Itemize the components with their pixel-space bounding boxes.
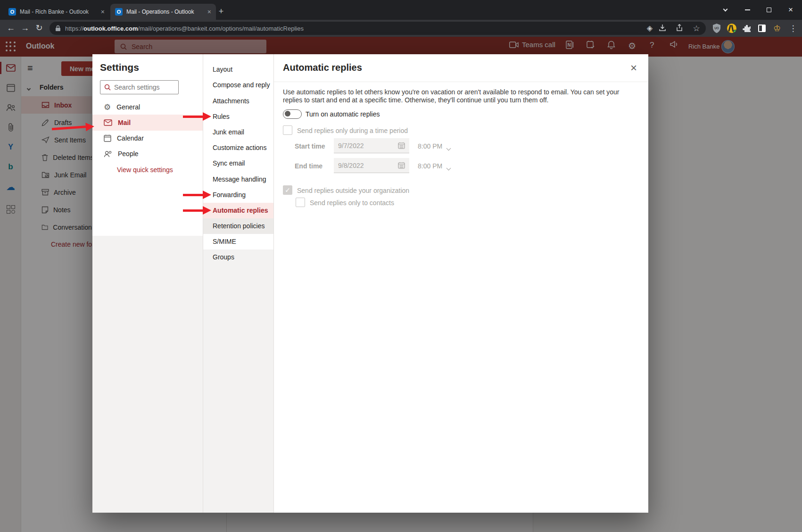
extension-shield-icon[interactable]: UO [711,23,722,34]
section-attachments[interactable]: Attachments [203,93,273,109]
panel-title: Automatic replies [283,62,362,73]
bookmark-star-icon[interactable]: ☆ [691,24,702,33]
time-period-checkbox [283,125,292,135]
start-date-field: 9/7/2022 [334,138,409,153]
download-icon[interactable] [658,24,669,33]
section-junk-email[interactable]: Junk email [203,125,273,140]
section-rules[interactable]: Rules [203,109,273,125]
settings-search-box[interactable] [100,80,179,94]
end-time-label: End time [295,162,322,170]
sidebar-panel-icon[interactable] [756,23,768,34]
section-automatic-replies[interactable]: Automatic replies [203,203,273,218]
panel-divider [274,82,648,82]
crown-extension-icon[interactable]: ♔ [771,23,783,34]
extension-badge-icon[interactable] [726,23,737,34]
settings-category-pane: Settings ⚙ General Mail Calendar People [92,54,203,513]
extensions-puzzle-icon[interactable] [741,23,752,34]
annotation-arrow-rules [183,112,212,121]
automatic-replies-toggle[interactable] [283,109,302,119]
search-icon [104,84,111,91]
calendar-picker-icon [398,142,405,149]
section-retention-policies[interactable]: Retention policies [203,218,273,234]
outside-org-label: Send replies outside your organization [297,187,409,194]
time-period-label: Send replies only during a time period [297,127,408,134]
annotation-arrow-automatic-replies [183,206,212,215]
url-text: https://outlook.office.com/mail/operatio… [65,25,304,32]
dialog-close-icon[interactable]: × [627,61,641,75]
view-quick-settings-link[interactable]: View quick settings [117,166,173,174]
section-sync-email[interactable]: Sync email [203,156,273,171]
outlook-favicon-icon: O [115,8,123,16]
panel-description: Use automatic replies to let others know… [283,88,637,104]
window-maximize-button[interactable] [758,0,780,20]
back-button[interactable]: ← [4,21,18,35]
contacts-only-checkbox [296,198,305,207]
calendar-icon [104,134,111,142]
section-message-handling[interactable]: Message handling [203,172,273,187]
settings-title: Settings [100,62,139,73]
toggle-knob [285,111,290,116]
gear-icon: ⚙ [104,102,111,112]
outlook-favicon-icon: O [8,8,16,16]
end-date-value: 9/8/2022 [338,162,364,169]
browser-tab-strip: O Mail - Rich Banke - Outlook × O Mail -… [0,0,802,20]
section-customize-actions[interactable]: Customize actions [203,140,273,156]
end-date-field: 9/8/2022 [334,158,409,173]
settings-category-calendar[interactable]: Calendar [92,130,203,146]
window-minimize-button[interactable] [736,0,758,20]
section-smime[interactable]: S/MIME [203,234,273,249]
section-compose-and-reply[interactable]: Compose and reply [203,77,273,93]
section-groups[interactable]: Groups [203,249,273,265]
annotation-arrow-forwarding [183,191,212,199]
reading-mode-icon[interactable]: ◈ [645,24,655,33]
forward-button[interactable]: → [18,21,32,35]
address-bar[interactable]: https://outlook.office.com/mail/operatio… [50,22,706,35]
mail-icon [104,119,112,126]
tab-close-icon[interactable]: × [101,8,105,15]
screen: O Mail - Rich Banke - Outlook × O Mail -… [0,0,802,532]
lock-icon [55,25,61,32]
new-tab-button[interactable]: + [216,7,226,17]
tab-title: Mail - Rich Banke - Outlook [20,8,97,15]
outside-org-checkbox: ✓ [283,185,292,195]
settings-category-people[interactable]: People [92,146,203,162]
browser-menu-icon[interactable]: ⋮ [787,23,799,34]
tab-close-icon[interactable]: × [207,8,211,15]
calendar-picker-icon [398,162,405,169]
section-layout[interactable]: Layout [203,62,273,77]
browser-tab-inactive[interactable]: O Mail - Rich Banke - Outlook × [4,4,109,20]
browser-tab-active[interactable]: O Mail - Operations - Outlook × [110,4,216,20]
window-close-button[interactable]: × [780,0,802,20]
settings-search-input[interactable] [114,83,168,91]
pane-filler [92,236,203,513]
reload-button[interactable]: ↻ [32,21,46,35]
start-date-value: 9/7/2022 [338,142,364,150]
people-icon [104,150,112,158]
toggle-label: Turn on automatic replies [306,110,380,118]
settings-dialog: Settings ⚙ General Mail Calendar People [92,54,648,513]
tab-search-chevron-icon[interactable] [714,0,736,20]
settings-section-pane: Layout Compose and reply Attachments Rul… [203,54,274,513]
share-icon[interactable] [675,24,686,33]
contacts-only-label: Send replies only to contacts [310,199,394,207]
end-time-chevron-icon [447,163,450,172]
start-time-value: 8:00 PM [418,142,442,150]
svg-text:UO: UO [714,26,719,30]
start-time-label: Start time [295,142,325,150]
end-time-value: 8:00 PM [418,162,442,170]
start-time-chevron-icon [447,143,450,152]
section-forwarding[interactable]: Forwarding [203,187,273,203]
tab-title: Mail - Operations - Outlook [126,8,204,15]
pane-filler [203,249,273,513]
